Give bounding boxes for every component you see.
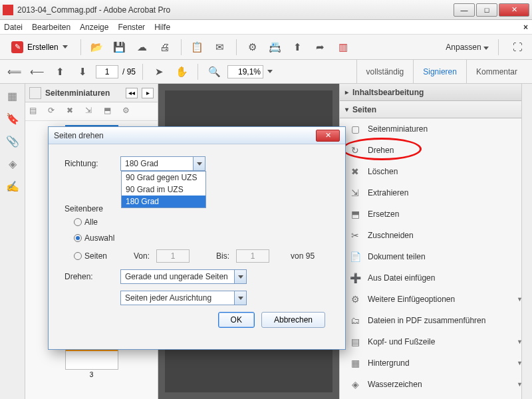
menu-edit[interactable]: Bearbeiten	[32, 23, 70, 32]
menu-view[interactable]: Anzeige	[80, 23, 108, 32]
item-icon: 🗂	[349, 315, 361, 327]
zoom-tool[interactable]: 🔍	[205, 63, 223, 81]
export-button[interactable]: ⬆	[289, 38, 307, 57]
thumbnail-page[interactable]: 2	[65, 214, 118, 281]
customize-button[interactable]: Anpassen	[446, 43, 489, 52]
page-down-button[interactable]: ⬇	[73, 63, 92, 81]
menu-file[interactable]: Datei	[4, 23, 23, 32]
thumbnails-icon	[29, 87, 41, 99]
item-icon: ⇲	[349, 187, 361, 199]
section-pages[interactable]: ▾Seiten	[340, 101, 532, 118]
print-button[interactable]: 🖨	[156, 38, 174, 57]
thumb-tool-2[interactable]: ⟳	[48, 106, 60, 118]
pages-item-zuschneiden[interactable]: ✂Zuschneiden	[340, 225, 532, 246]
clipboard-button[interactable]: 📋	[188, 38, 207, 57]
window-title: 2013-04_Commag.pdf - Adobe Acrobat Pro	[17, 5, 454, 15]
pages-item-l-schen[interactable]: ✖Löschen	[340, 161, 532, 182]
item-label: Extrahieren	[368, 188, 408, 198]
send-button[interactable]: ➦	[311, 38, 330, 57]
create-label: Erstellen	[27, 43, 59, 52]
pages-item-extrahieren[interactable]: ⇲Extrahieren	[340, 182, 532, 203]
menu-window[interactable]: Fenster	[118, 23, 145, 32]
thumb-tool-4[interactable]: ⇲	[85, 106, 97, 118]
create-icon: ✎	[11, 41, 23, 53]
first-page-button[interactable]: ⟸	[5, 63, 24, 81]
save-button[interactable]: 💾	[110, 38, 129, 57]
item-label: Löschen	[368, 167, 398, 176]
item-label: Drehen	[368, 146, 394, 155]
attach-rail-icon[interactable]: 📎	[6, 134, 19, 148]
page-up-button[interactable]: ⬆	[51, 63, 69, 81]
pages-item-dokument-teilen[interactable]: 📄Dokument teilen	[340, 246, 532, 267]
fullscreen-button[interactable]: ⛶	[508, 38, 527, 57]
color-button[interactable]: ▥	[334, 38, 352, 57]
item-icon: ↻	[349, 144, 361, 156]
item-icon: ▦	[349, 357, 361, 369]
thumbnail-page[interactable]: 1	[65, 125, 118, 192]
maximize-button[interactable]: □	[476, 3, 497, 17]
tab-comment[interactable]: Kommentar	[466, 60, 527, 83]
zoom-input[interactable]	[227, 65, 263, 78]
pages-item-seitenminiaturen[interactable]: ▢Seitenminiaturen	[340, 118, 532, 140]
scrollbar[interactable]	[521, 84, 532, 399]
thumbnails-panel-title: Seitenminiaturen	[45, 88, 122, 98]
section-content-editing[interactable]: ▸Inhaltsbearbeitung	[340, 84, 532, 101]
item-label: Kopf- und Fußzeile	[368, 337, 435, 346]
thumbnail-page[interactable]: 3	[65, 303, 118, 370]
toolbar-main: ✎ Erstellen 📂 💾 ☁ 🖨 📋 ✉ ⚙ 📇 ⬆ ➦ ▥ Anpass…	[0, 35, 532, 60]
pages-item-wasserzeichen[interactable]: ◈Wasserzeichen▼	[340, 374, 532, 395]
thumbnails-panel: Seitenminiaturen ◂◂ ▸ ▤ ⟳ ✖ ⇲ ⬒ ⚙ 1 2 3	[25, 84, 158, 399]
print2-button[interactable]: 📇	[266, 38, 285, 57]
tab-fullsearch[interactable]: vollständig	[356, 60, 414, 83]
cloud-button[interactable]: ☁	[133, 38, 152, 57]
pages-item-ersetzen[interactable]: ⬒Ersetzen	[340, 203, 532, 225]
sign-rail-icon[interactable]: ✍	[6, 180, 19, 193]
menu-bar: Datei Bearbeiten Anzeige Fenster Hilfe ×	[0, 20, 532, 35]
thumbnails-prev[interactable]: ◂◂	[126, 88, 138, 98]
bookmark-rail-icon[interactable]: 🔖	[6, 112, 19, 125]
layers-rail-icon[interactable]: ◈	[6, 157, 19, 170]
menu-help[interactable]: Hilfe	[154, 23, 170, 32]
thumb-tool-5[interactable]: ⬒	[104, 106, 116, 118]
left-rail: ▦ 🔖 📎 ◈ ✍	[0, 84, 25, 399]
item-label: Ersetzen	[368, 209, 399, 219]
pages-item-aus-datei-einf-gen[interactable]: ➕Aus Datei einfügen	[340, 267, 532, 289]
thumb-tool-3[interactable]: ✖	[66, 106, 78, 118]
item-label: Wasserzeichen	[368, 380, 422, 389]
pages-item-weitere-einf-geoptionen[interactable]: ⚙Weitere Einfügeoptionen▼	[340, 289, 532, 310]
item-icon: ✖	[349, 166, 361, 178]
thumbnails-rail-icon[interactable]: ▦	[6, 89, 19, 102]
document-view[interactable]	[158, 84, 339, 399]
select-tool[interactable]: ➤	[150, 63, 168, 81]
item-label: Dateien in PDF zusammenführen	[368, 316, 485, 325]
open-button[interactable]: 📂	[88, 38, 106, 57]
mail-button[interactable]: ✉	[211, 38, 229, 57]
item-label: Seitenminiaturen	[368, 124, 428, 134]
minimize-button[interactable]: —	[454, 3, 475, 17]
item-icon: 📄	[349, 251, 361, 263]
thumbnails-list[interactable]: 1 2 3	[25, 121, 158, 399]
zoom-dropdown-icon[interactable]	[267, 70, 273, 73]
item-icon: ◈	[349, 378, 361, 390]
tab-sign[interactable]: Signieren	[413, 60, 466, 83]
thumb-tool-1[interactable]: ▤	[29, 106, 41, 118]
tools-panel: ▸Inhaltsbearbeitung ▾Seiten ▢Seitenminia…	[339, 84, 532, 399]
item-label: Hintergrund	[368, 358, 410, 368]
pages-item-kopf-und-fu-zeile[interactable]: ▤Kopf- und Fußzeile▼	[340, 331, 532, 352]
thumb-tool-6[interactable]: ⚙	[122, 106, 134, 118]
item-icon: ▢	[349, 123, 361, 135]
window-titlebar: 2013-04_Commag.pdf - Adobe Acrobat Pro —…	[0, 0, 532, 20]
pages-item-hintergrund[interactable]: ▦Hintergrund▼	[340, 352, 532, 374]
close-doc-button[interactable]: ×	[523, 23, 528, 32]
hand-tool[interactable]: ✋	[172, 63, 191, 81]
pages-item-drehen[interactable]: ↻Drehen	[340, 140, 532, 161]
app-icon	[3, 5, 13, 15]
thumbnails-next[interactable]: ▸	[142, 88, 154, 98]
prev-page-button[interactable]: ⟵	[28, 63, 47, 81]
item-icon: ⚙	[349, 293, 361, 305]
gear-button[interactable]: ⚙	[243, 38, 262, 57]
close-button[interactable]: ✕	[499, 3, 529, 17]
pages-item-dateien-in-pdf-zusammenf-hren[interactable]: 🗂Dateien in PDF zusammenführen	[340, 310, 532, 331]
create-button[interactable]: ✎ Erstellen	[5, 38, 74, 57]
page-number-input[interactable]	[96, 65, 118, 78]
